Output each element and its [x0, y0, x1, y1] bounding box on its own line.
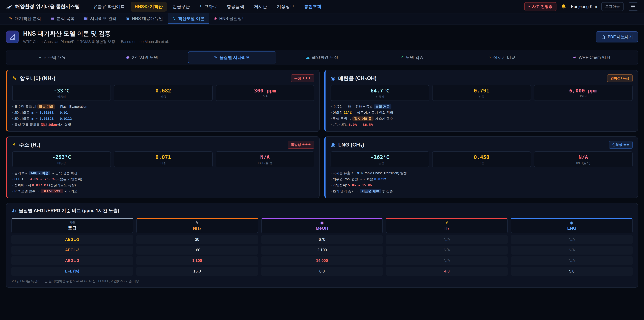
- tab-label: 해양환경 보정: [312, 55, 338, 60]
- col-header-label: H₂: [386, 226, 507, 231]
- tab-substance-scenarios[interactable]: ✎ 물질별 시나리오: [188, 52, 276, 64]
- nav-emergency-rescue[interactable]: 긴급구난: [168, 2, 194, 12]
- triangle-icon: △: [38, 55, 42, 60]
- stat-boiling-point: -253°C 비등점: [12, 151, 111, 167]
- hazard-badge: 폭발성 ★★★: [288, 141, 314, 149]
- stat-value: -253°C: [12, 154, 110, 160]
- subnav-hns-substance-info[interactable]: ◈ HNS 물질정보: [209, 14, 251, 24]
- col-header-label: NH₃: [137, 226, 258, 231]
- brand-title: 해양환경 위기대응 통합시스템: [15, 3, 80, 10]
- subnav-model-theory[interactable]: ∿ 확산모델 이론: [168, 14, 209, 24]
- stat-label: 비중: [114, 95, 212, 99]
- table-cell: N/A: [386, 256, 508, 265]
- card-lng: ◉ LNG (CH₄) 인화성 ★★ -162°C 비등점 0.450 비중 N…: [324, 136, 638, 198]
- nav-hns-dispersion[interactable]: HNS·대기확산: [131, 2, 167, 12]
- tab-realtime-comparison[interactable]: ⚡ 실시간 비교: [458, 52, 546, 64]
- pencil-icon: ✎: [9, 16, 12, 21]
- table-cell: 30: [136, 235, 258, 244]
- nav-board[interactable]: 게시판: [250, 2, 271, 12]
- molecule-icon: ◉: [262, 220, 382, 225]
- nav-aerial-search[interactable]: 항공탐색: [223, 2, 248, 12]
- subnav-dispersion-analysis[interactable]: ✎ 대기확산 분석: [4, 14, 46, 24]
- tab-model-validation[interactable]: ✓ 모델 검증: [368, 52, 456, 64]
- nav-reports[interactable]: 보고자료: [196, 2, 221, 12]
- card-hydrogen: ⚡ 수소 (H₂) 폭발성 ★★★ -253°C 비등점 0.071 비중 N/…: [6, 136, 320, 198]
- subnav-hns-manual[interactable]: ▣ HNS 대응매뉴얼: [121, 14, 168, 24]
- bullet-list: 공기보다 14배 가벼움 → 급속 상승 확산 LFL~UFL: 4.0% ~ …: [12, 170, 314, 194]
- page-title: HNS 대기확산 모델 이론 및 검증: [23, 30, 169, 38]
- table-header-row: 기준 등급 ✎ NH₃ ◉ MeOH ⚡ H₂ ◉ LNG: [12, 218, 632, 233]
- card-ammonia: ✎ 암모니아 (NH₃) 독성 ★★★ -33°C 비등점 0.682 비중 3…: [6, 70, 320, 132]
- stat-idlh: 300 ppm IDLH: [216, 85, 314, 101]
- table-title: 물질별 AEGL/ERPG 기준 비교 (ppm, 1시간 노출): [12, 208, 632, 214]
- tab-system-overview[interactable]: △ 시스템 개요: [8, 52, 96, 64]
- stat-label: IDLH: [216, 95, 314, 98]
- pdf-export-button[interactable]: PDF 내보내기: [596, 31, 638, 43]
- stat-idlh: N/A IDLH(질식): [534, 151, 632, 167]
- tab-gaussian-model[interactable]: ◉ 가우시안 모델: [98, 52, 186, 64]
- bullet-list: 극저온 유출 시 RPT(Rapid Phase Transition) 발생 …: [330, 170, 632, 194]
- table-cell: N/A: [511, 246, 632, 254]
- subnav-scenario-management[interactable]: ▦ 시나리오 관리: [79, 14, 121, 24]
- nav-weather[interactable]: 기상정보: [273, 2, 298, 12]
- row-label: AEGL-2: [12, 246, 133, 254]
- subnav-label: 대기확산 분석: [15, 16, 41, 21]
- stat-value: N/A: [534, 154, 632, 160]
- table-cell: N/A: [511, 256, 632, 265]
- pdf-export-label: PDF 내보내기: [608, 34, 633, 40]
- nav-integrated-search[interactable]: 통합조회: [300, 2, 325, 12]
- card-header: ◉ LNG (CH₄) 인화성 ★★: [330, 141, 632, 149]
- bullet-list: 수용성 → 해수 용해 + 증발 복합 거동 인화점 11°C → 상온에서 증…: [330, 104, 632, 128]
- page-header-text: HNS 대기확산 모델 이론 및 검증 WRF-Chem·Gaussian Pl…: [23, 30, 169, 44]
- table-cell: N/A: [386, 235, 508, 244]
- nav-oil-spill-forecast[interactable]: 유출유 확산예측: [89, 2, 129, 12]
- subnav-label: 시나리오 관리: [90, 16, 116, 21]
- top-navbar: 해양환경 위기대응 통합시스템 유출유 확산예측 HNS·대기확산 긴급구난 보…: [0, 0, 644, 14]
- col-header-nh3: ✎ NH₃: [136, 218, 258, 233]
- stat-label: 비등점: [12, 161, 110, 165]
- table-cell: 15.0: [136, 267, 258, 276]
- card-title: LNG (CH₄): [338, 142, 364, 148]
- row-label: LFL (%): [12, 267, 133, 276]
- stat-label: IDLH(질식): [534, 161, 632, 165]
- tab-marine-correction[interactable]: ☁ 해양환경 보정: [278, 52, 366, 64]
- pencil-icon: ✎: [12, 75, 17, 82]
- table-cell: 5.0: [511, 267, 632, 276]
- subnav-label: 확산모델 이론: [178, 16, 204, 21]
- table-row-lfl: LFL (%) 15.0 6.0 4.0 5.0: [12, 267, 632, 276]
- brand[interactable]: 해양환경 위기대응 통합시스템: [6, 3, 80, 10]
- table-row-aegl3: AEGL-3 1,100 14,000 N/A N/A: [12, 256, 632, 265]
- tab-label: 물질별 시나리오: [220, 55, 250, 60]
- stat-label: 비등점: [331, 95, 429, 99]
- notification-bell-button[interactable]: [561, 4, 566, 10]
- bullet-item: 공기보다 14배 가벼움 → 급속 상승 확산: [12, 170, 314, 176]
- header-icon-box: [6, 31, 19, 43]
- bullet-item: 인화점 11°C → 상온에서 증기 인화 위험: [330, 110, 632, 116]
- subnav-label: HNS 물질정보: [219, 16, 246, 21]
- bullet-item: 점화에너지 0.017 mJ (정전기로도 폭발): [12, 182, 314, 188]
- page-header: HNS 대기확산 모델 이론 및 검증 WRF-Chem·Gaussian Pl…: [0, 25, 644, 48]
- logout-button[interactable]: 로그아웃: [602, 2, 624, 11]
- subnav-label: HNS 대응매뉴얼: [132, 16, 163, 21]
- stat-row: -33°C 비등점 0.682 비중 300 ppm IDLH: [12, 85, 314, 101]
- stat-value: 0.791: [432, 88, 530, 94]
- tab-label: 시스템 개요: [44, 55, 66, 60]
- document-icon: [601, 35, 605, 39]
- card-header: ◉ 메탄올 (CH₃OH) 인화성+독성: [330, 74, 632, 82]
- tab-label: 모델 검증: [406, 55, 424, 60]
- incident-status-badge[interactable]: ● 사고 진행중: [524, 2, 556, 11]
- tab-label: WRF-Chem 발전: [579, 55, 610, 60]
- row-label: AEGL-1: [12, 235, 133, 244]
- card-title: 메탄올 (CH₃OH): [338, 75, 376, 82]
- menu-button[interactable]: [628, 2, 638, 11]
- subnav-analysis-list[interactable]: ▤ 분석 목록: [46, 14, 79, 24]
- stat-row: -162°C 비등점 0.450 비중 N/A IDLH(질식): [330, 151, 632, 167]
- stat-value: 64.7°C: [331, 88, 429, 94]
- tab-wrf-chem[interactable]: ➤ WRF-Chem 발전: [548, 52, 636, 64]
- pencil-icon: ✎: [214, 55, 217, 60]
- stat-specific-gravity: 0.791 비중: [432, 85, 531, 101]
- folder-icon: ▦: [84, 16, 88, 21]
- page-subtitle: WRF-Chem·Gaussian Plume/Puff·ROMS·해양환경 보…: [23, 39, 169, 44]
- table-row-aegl2: AEGL-2 160 2,100 N/A N/A: [12, 246, 632, 254]
- bullet-item: 3D 기화율: m = 0.0182t - 0.0112: [12, 116, 314, 122]
